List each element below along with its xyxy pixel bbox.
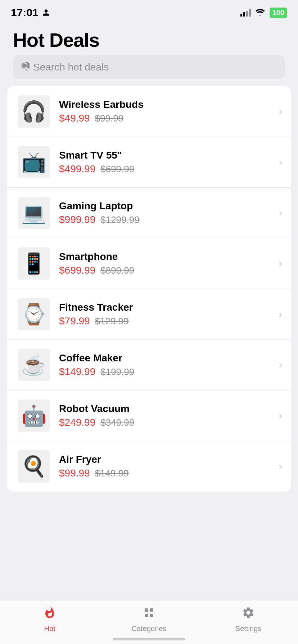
product-prices: $79.99 $129.99: [59, 315, 272, 327]
product-prices: $49.99 $99.99: [59, 113, 272, 124]
product-original-price: $129.99: [95, 316, 129, 327]
product-list-item[interactable]: Wireless Earbuds $49.99 $99.99 ›: [7, 86, 291, 137]
product-icon-6: [21, 353, 46, 377]
product-sale-price: $99.99: [59, 467, 90, 479]
signal-icon: [240, 9, 251, 17]
product-image: [16, 448, 52, 484]
product-prices: $699.99 $899.99: [59, 265, 272, 276]
hot-tab-icon: [43, 606, 56, 622]
product-sale-price: $999.99: [59, 214, 95, 225]
search-icon: [20, 61, 30, 73]
hot-tab-label: Hot: [44, 625, 55, 633]
chevron-right-icon: ›: [279, 410, 282, 421]
status-right: 100: [240, 8, 287, 18]
product-name: Coffee Maker: [59, 352, 272, 364]
product-image: [16, 398, 52, 434]
battery-indicator: 100: [270, 8, 287, 18]
product-list-item[interactable]: Fitness Tracker $79.99 $129.99 ›: [7, 289, 291, 340]
product-original-price: $99.99: [95, 113, 124, 124]
product-prices: $499.99 $699.99: [59, 163, 272, 175]
chevron-right-icon: ›: [279, 156, 282, 168]
chevron-right-icon: ›: [279, 309, 282, 320]
tab-settings[interactable]: Settings: [199, 606, 298, 633]
product-info: Gaming Laptop $999.99 $1299.99: [59, 200, 272, 225]
product-sale-price: $49.99: [59, 113, 90, 124]
chevron-right-icon: ›: [279, 207, 282, 219]
product-prices: $999.99 $1299.99: [59, 214, 272, 225]
page-title: Hot Deals: [13, 29, 285, 51]
tab-hot[interactable]: Hot: [0, 606, 99, 633]
product-original-price: $349.99: [100, 417, 134, 428]
product-list-item[interactable]: Gaming Laptop $999.99 $1299.99 ›: [7, 188, 291, 238]
home-indicator: [113, 638, 185, 640]
person-icon: [42, 9, 50, 17]
product-info: Air Fryer $99.99 $149.99: [59, 454, 272, 479]
search-input[interactable]: [33, 61, 278, 73]
product-prices: $99.99 $149.99: [59, 467, 272, 479]
product-info: Robot Vacuum $249.99 $349.99: [59, 403, 272, 428]
categories-tab-icon: [143, 606, 155, 622]
product-image: [16, 144, 52, 180]
search-container: [0, 55, 298, 86]
product-list-item[interactable]: Robot Vacuum $249.99 $349.99 ›: [7, 390, 291, 441]
product-info: Smartphone $699.99 $899.99: [59, 251, 272, 276]
product-original-price: $149.99: [95, 468, 129, 479]
status-bar: 17:01 100: [0, 0, 298, 22]
tab-bar: Hot Categories Settings: [0, 601, 298, 644]
settings-tab-label: Settings: [235, 625, 261, 633]
chevron-right-icon: ›: [279, 359, 282, 371]
product-sale-price: $79.99: [59, 315, 90, 327]
product-image: [16, 296, 52, 332]
product-sale-price: $249.99: [59, 417, 95, 428]
product-name: Air Fryer: [59, 454, 272, 465]
product-image: [16, 246, 52, 282]
product-name: Wireless Earbuds: [59, 99, 272, 110]
product-image: [16, 347, 52, 383]
product-list-item[interactable]: Coffee Maker $149.99 $199.99 ›: [7, 340, 291, 390]
product-info: Coffee Maker $149.99 $199.99: [59, 352, 272, 378]
product-icon-3: [21, 201, 46, 225]
product-list: Wireless Earbuds $49.99 $99.99 › Smart T…: [7, 86, 291, 492]
product-sale-price: $499.99: [59, 163, 95, 175]
product-sale-price: $149.99: [59, 366, 95, 378]
chevron-right-icon: ›: [279, 106, 282, 117]
product-icon-8: [21, 455, 46, 478]
product-original-price: $699.99: [100, 164, 134, 175]
product-prices: $249.99 $349.99: [59, 417, 272, 428]
wifi-icon: [255, 8, 265, 18]
product-list-item[interactable]: Smart TV 55" $499.99 $699.99 ›: [7, 137, 291, 188]
product-name: Gaming Laptop: [59, 200, 272, 212]
product-original-price: $1299.99: [100, 214, 139, 225]
product-name: Robot Vacuum: [59, 403, 272, 415]
product-info: Wireless Earbuds $49.99 $99.99: [59, 99, 272, 124]
product-icon-5: [21, 302, 46, 326]
product-image: [16, 195, 52, 231]
product-original-price: $199.99: [100, 366, 134, 378]
product-icon-1: [21, 100, 46, 123]
page-header: Hot Deals: [0, 22, 298, 55]
search-bar[interactable]: [13, 55, 285, 79]
product-name: Smartphone: [59, 251, 272, 262]
product-info: Fitness Tracker $79.99 $129.99: [59, 302, 272, 327]
product-list-item[interactable]: Smartphone $699.99 $899.99 ›: [7, 238, 291, 289]
product-icon-7: [21, 404, 46, 428]
settings-tab-icon: [242, 606, 255, 622]
product-sale-price: $699.99: [59, 265, 95, 276]
product-name: Smart TV 55": [59, 150, 272, 161]
product-prices: $149.99 $199.99: [59, 366, 272, 378]
chevron-right-icon: ›: [279, 258, 282, 269]
product-icon-4: [21, 252, 46, 275]
tab-categories[interactable]: Categories: [99, 606, 199, 633]
product-icon-2: [21, 150, 46, 174]
product-image: [16, 93, 52, 129]
categories-tab-label: Categories: [132, 625, 167, 633]
product-original-price: $899.99: [100, 265, 134, 276]
product-name: Fitness Tracker: [59, 302, 272, 313]
status-time: 17:01: [11, 6, 50, 19]
product-info: Smart TV 55" $499.99 $699.99: [59, 150, 272, 175]
chevron-right-icon: ›: [279, 461, 282, 472]
product-list-item[interactable]: Air Fryer $99.99 $149.99 ›: [7, 441, 291, 492]
